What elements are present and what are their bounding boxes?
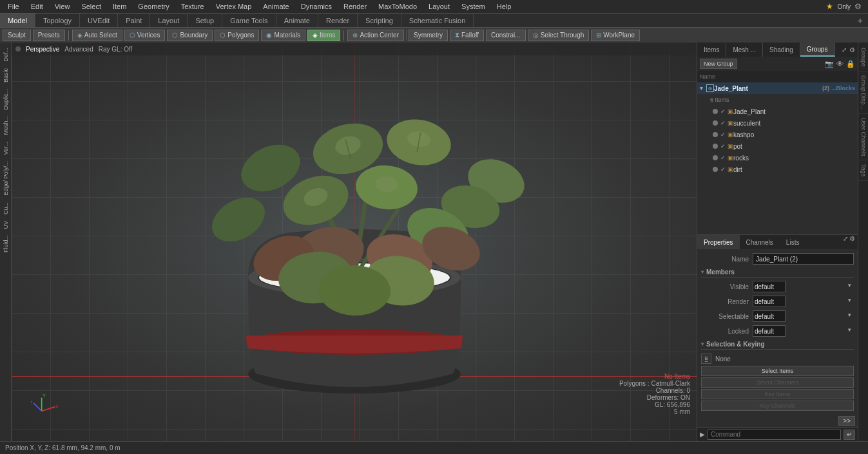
menu-help[interactable]: Help — [492, 0, 517, 13]
star-icon: ★ — [826, 2, 833, 11]
select-channels-button[interactable]: Select Channels — [701, 377, 854, 388]
viewport-label-advanced[interactable]: Advanced — [64, 46, 93, 53]
rp-tab-shading[interactable]: Shading — [763, 43, 800, 57]
menu-render[interactable]: Render — [338, 0, 372, 13]
tab-scripting[interactable]: Scripting — [358, 14, 401, 27]
tab-render[interactable]: Render — [318, 14, 358, 27]
tab-topology[interactable]: Topology — [35, 14, 80, 27]
settings-icon[interactable]: ⚙ — [854, 2, 862, 11]
rp-settings-icon[interactable]: ⚙ — [849, 46, 855, 53]
constraints-button[interactable]: Constrai... — [486, 30, 526, 41]
menu-edit[interactable]: Edit — [26, 0, 48, 13]
render-select[interactable]: default on off — [753, 296, 786, 307]
polygons-button[interactable]: ⬡ Polygons — [215, 30, 259, 41]
keying-none-label: None — [715, 355, 731, 363]
viewport-dot[interactable] — [15, 46, 21, 52]
visible-select[interactable]: default on off — [753, 281, 786, 292]
rp-tab-groups[interactable]: Groups — [800, 43, 835, 57]
tab-paint[interactable]: Paint — [118, 14, 150, 27]
menu-select[interactable]: Select — [76, 0, 106, 13]
new-group-button[interactable]: New Group — [700, 59, 737, 69]
sidebar-item-def[interactable]: Def... — [1, 45, 10, 64]
tree-item-rocks[interactable]: ✓ ▣ rocks — [697, 152, 858, 164]
prop-tab-channels[interactable]: Channels — [740, 235, 780, 249]
select-through-button[interactable]: ◎ Select Through — [528, 30, 590, 41]
workplane-button[interactable]: ⊞ WorkPlane — [591, 30, 640, 41]
tab-animate[interactable]: Animate — [276, 14, 318, 27]
menu-layout[interactable]: Layout — [423, 0, 455, 13]
tab-schematic-fusion[interactable]: Schematic Fusion — [401, 14, 474, 27]
sidebar-item-duplic[interactable]: Duplic... — [1, 86, 10, 113]
groups-eye-icon[interactable]: 👁 — [836, 60, 844, 68]
arrow-button[interactable]: >> — [838, 416, 855, 426]
menu-view[interactable]: View — [50, 0, 75, 13]
boundary-button[interactable]: ⬡ Boundary — [167, 30, 213, 41]
prop-expand-icon[interactable]: ⤢ — [843, 235, 848, 249]
menu-system[interactable]: System — [456, 0, 490, 13]
sidebar-item-uv[interactable]: UV — [1, 218, 10, 232]
groups-lock-icon[interactable]: 🔒 — [846, 60, 855, 68]
rp-expand-icon[interactable]: ⤢ — [842, 46, 847, 53]
menu-file[interactable]: File — [3, 0, 24, 13]
right-vtab-group-disp[interactable]: Group Disp... — [858, 71, 868, 114]
selectable-select[interactable]: default on off — [753, 310, 786, 322]
prop-tab-lists[interactable]: Lists — [780, 235, 806, 249]
menu-texture[interactable]: Texture — [176, 0, 209, 13]
execute-button[interactable]: ↵ — [844, 430, 855, 440]
viewport-label-ray[interactable]: Ray GL: Off — [99, 46, 133, 53]
tab-setup[interactable]: Setup — [188, 14, 222, 27]
tree-item-succulent[interactable]: ✓ ▣ succulent — [697, 117, 858, 129]
tree-item-dirt[interactable]: ✓ ▣ dirt — [697, 164, 858, 175]
vertices-button[interactable]: ⬡ Vertices — [124, 30, 166, 41]
tree-item-jade-plant[interactable]: ✓ ▣ Jade_Plant — [697, 106, 858, 117]
name-input[interactable] — [753, 253, 854, 265]
prop-settings-icon[interactable]: ⚙ — [849, 235, 855, 249]
sidebar-item-ver[interactable]: Ver... — [1, 139, 10, 158]
key-items-button[interactable]: Key Items — [701, 389, 854, 399]
menu-animate[interactable]: Animate — [258, 0, 294, 13]
viewport-label-perspective[interactable]: Perspective — [26, 46, 59, 53]
tree-label-pot: pot — [733, 143, 855, 150]
menu-geometry[interactable]: Geometry — [133, 0, 174, 13]
add-tab-button[interactable]: + — [853, 15, 868, 26]
locked-select[interactable]: default on off — [753, 325, 786, 337]
svg-point-39 — [301, 185, 330, 209]
sidebar-item-fluids[interactable]: Fluid... — [1, 232, 10, 255]
tab-model[interactable]: Model — [0, 14, 35, 27]
tab-layout[interactable]: Layout — [150, 14, 188, 27]
groups-camera-icon[interactable]: 📷 — [825, 60, 834, 68]
menu-item[interactable]: Item — [108, 0, 131, 13]
right-vtab-tags[interactable]: Tags — [858, 160, 868, 181]
right-vtab-user-channels[interactable]: User Channels — [858, 114, 868, 161]
command-input[interactable] — [708, 430, 841, 440]
symmetry-button[interactable]: Symmetry — [409, 30, 448, 41]
select-items-button[interactable]: Select Items — [701, 366, 854, 376]
tree-item-kashpo[interactable]: ✓ ▣ kashpo — [697, 129, 858, 140]
prop-name-row: Name — [701, 252, 854, 266]
materials-button[interactable]: ◉ Materials — [261, 30, 305, 41]
rp-tab-mesh[interactable]: Mesh ... — [726, 43, 763, 57]
key-channels-button[interactable]: Key Channels — [701, 401, 854, 411]
sculpt-button[interactable]: Sculpt — [3, 30, 31, 41]
presets-button[interactable]: Presets — [33, 30, 65, 41]
sidebar-item-basic[interactable]: Basic — [1, 66, 10, 85]
items-button[interactable]: ◈ Items — [307, 30, 340, 41]
tab-uvedit[interactable]: UVEdit — [80, 14, 118, 27]
menu-vertex-map[interactable]: Vertex Map — [211, 0, 257, 13]
prop-tab-properties[interactable]: Properties — [697, 235, 740, 249]
sidebar-item-edge-poly[interactable]: Edge/ Poly/... — [1, 158, 10, 198]
tree-item-root[interactable]: ▾ G Jade_Plant (2) ...Blocks — [697, 82, 858, 94]
sidebar-item-mesh[interactable]: Mesh... — [1, 113, 10, 138]
auto-select-button[interactable]: ◈ Auto Select — [72, 30, 122, 41]
action-center-button[interactable]: ⊕ Action Center — [347, 30, 404, 41]
menu-maxtomodo[interactable]: MaxToModo — [373, 0, 422, 13]
viewport[interactable]: Perspective Advanced Ray GL: Off ↻ ⟳ 🔍 ⚙… — [12, 43, 697, 441]
right-vtab-groups[interactable]: Groups — [858, 44, 868, 71]
tab-game-tools[interactable]: Game Tools — [222, 14, 276, 27]
viewport-canvas[interactable]: No Items Polygons : Catmull-Clark Channe… — [12, 43, 697, 441]
menu-dynamics[interactable]: Dynamics — [296, 0, 337, 13]
rp-tab-items[interactable]: Items — [697, 43, 726, 57]
falloff-button[interactable]: ⧗ Falloff — [450, 30, 484, 41]
sidebar-item-cu[interactable]: Cu... — [1, 200, 10, 217]
tree-item-pot[interactable]: ✓ ▣ pot — [697, 140, 858, 152]
